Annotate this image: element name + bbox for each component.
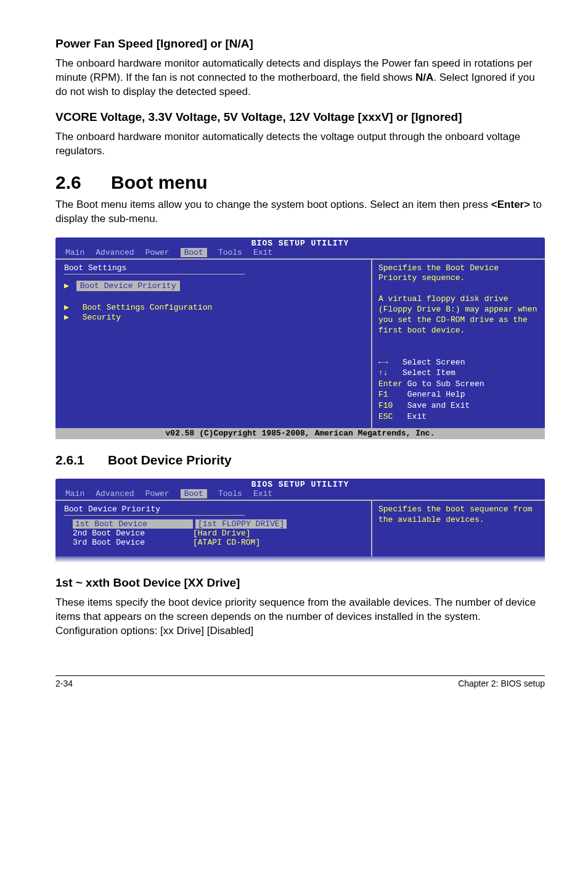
triangle-right-icon: ▶ (64, 281, 69, 291)
triangle-right-icon: ▶ (64, 313, 69, 322)
row-key: 2nd Boot Device (73, 529, 193, 538)
tab-boot[interactable]: Boot (181, 489, 207, 498)
bios-title: BIOS SETUP UTILITY (55, 237, 545, 248)
bios-help-pane: Specifies the Boot Device Priority seque… (371, 260, 545, 429)
row-key: 3rd Boot Device (73, 538, 193, 547)
bios-screenshot-boot-priority: BIOS SETUP UTILITY Main Advanced Power B… (55, 479, 545, 563)
triangle-right-icon: ▶ (64, 303, 69, 312)
boot-device-row[interactable]: 3rd Boot Device[ATAPI CD-ROM] (73, 538, 365, 547)
nav-label: Select Screen (402, 358, 465, 367)
tab-main[interactable]: Main (65, 248, 84, 257)
tab-advanced[interactable]: Advanced (96, 489, 134, 498)
tab-boot[interactable]: Boot (181, 248, 207, 257)
bios-heading: Boot Settings (64, 263, 365, 273)
para-boot-menu: The Boot menu items allow you to change … (55, 198, 545, 226)
chapter-label: Chapter 2: BIOS setup (458, 679, 545, 688)
key-f1: F1 (378, 390, 388, 399)
text-bold: <Enter> (491, 199, 530, 210)
key-f10: F10 (378, 401, 393, 410)
key-enter: Enter (378, 379, 402, 389)
page-number: 2-34 (55, 679, 73, 688)
bios-screenshot-boot-settings: BIOS SETUP UTILITY Main Advanced Power B… (55, 237, 545, 440)
para-power-fan: The onboard hardware monitor automatical… (55, 57, 545, 99)
row-value: [Hard Drive] (193, 529, 251, 538)
nav-label: Exit (407, 412, 427, 421)
help-text: Specifies the Boot Device Priority seque… (378, 263, 539, 336)
divider (64, 515, 245, 516)
page-footer: 2-34 Chapter 2: BIOS setup (55, 675, 545, 688)
nav-label: Go to Sub Screen (407, 379, 484, 389)
para-vcore: The onboard hardware monitor automatical… (55, 130, 545, 159)
section-title: Boot menu (111, 172, 208, 192)
row-value: [1st FLOPPY DRIVE] (195, 519, 287, 529)
row-key: 1st Boot Device (73, 519, 193, 529)
heading-vcore: VCORE Voltage, 3.3V Voltage, 5V Voltage,… (55, 110, 545, 124)
bios-heading: Boot Device Priority (64, 505, 365, 514)
subsection-number: 2.6.1 (55, 453, 108, 468)
tab-exit[interactable]: Exit (253, 248, 272, 257)
tab-advanced[interactable]: Advanced (96, 248, 134, 257)
tab-main[interactable]: Main (65, 489, 84, 498)
bios-footer: v02.58 (C)Copyright 1985-2008, American … (55, 428, 545, 439)
text-bold: N/A (415, 72, 433, 83)
bios-tabs: Main Advanced Power Boot Tools Exit (55, 489, 545, 500)
section-heading: 2.6Boot menu (55, 172, 545, 193)
nav-label: General Help (407, 390, 465, 399)
row-value: [ATAPI CD-ROM] (193, 538, 260, 547)
boot-device-row[interactable]: 1st Boot Device[1st FLOPPY DRIVE] (73, 519, 365, 529)
divider (64, 274, 245, 274)
tab-tools[interactable]: Tools (218, 489, 242, 498)
tab-power[interactable]: Power (145, 248, 169, 257)
tab-tools[interactable]: Tools (218, 248, 242, 257)
subsection-title: Boot Device Priority (108, 453, 232, 467)
nav-legend: ←→ Select Screen ↑↓ Select Item Enter Go… (378, 357, 539, 422)
bios-left-pane: Boot Settings ▶ Boot Device Priority ▶ B… (55, 260, 371, 429)
heading-boot-device: 1st ~ xxth Boot Device [XX Drive] (55, 576, 545, 590)
tab-power[interactable]: Power (145, 489, 169, 498)
nav-label: Save and Exit (407, 401, 470, 410)
arrows-lr-icon: ←→ (378, 358, 388, 367)
help-text: Specifies the boot sequence from the ava… (378, 505, 539, 526)
key-esc: ESC (378, 412, 393, 421)
arrows-ud-icon: ↑↓ (378, 368, 388, 377)
boot-device-row[interactable]: 2nd Boot Device[Hard Drive] (73, 529, 365, 538)
bios-left-pane: Boot Device Priority 1st Boot Device[1st… (55, 501, 371, 556)
section-number: 2.6 (55, 172, 111, 193)
subsection-heading: 2.6.1Boot Device Priority (55, 453, 545, 468)
menu-item[interactable]: Boot Settings Configuration (83, 303, 213, 312)
text: The Boot menu items allow you to change … (55, 199, 491, 210)
fade (55, 556, 545, 563)
heading-power-fan: Power Fan Speed [Ignored] or [N/A] (55, 37, 545, 51)
menu-item[interactable]: Security (83, 313, 121, 322)
tab-exit[interactable]: Exit (253, 489, 272, 498)
bios-help-pane: Specifies the boot sequence from the ava… (371, 501, 545, 556)
nav-label: Select Item (402, 368, 455, 377)
para-boot-device: These items specify the boot device prio… (55, 596, 545, 638)
menu-item-selected[interactable]: Boot Device Priority (76, 281, 180, 291)
bios-tabs: Main Advanced Power Boot Tools Exit (55, 248, 545, 258)
bios-title: BIOS SETUP UTILITY (55, 479, 545, 489)
